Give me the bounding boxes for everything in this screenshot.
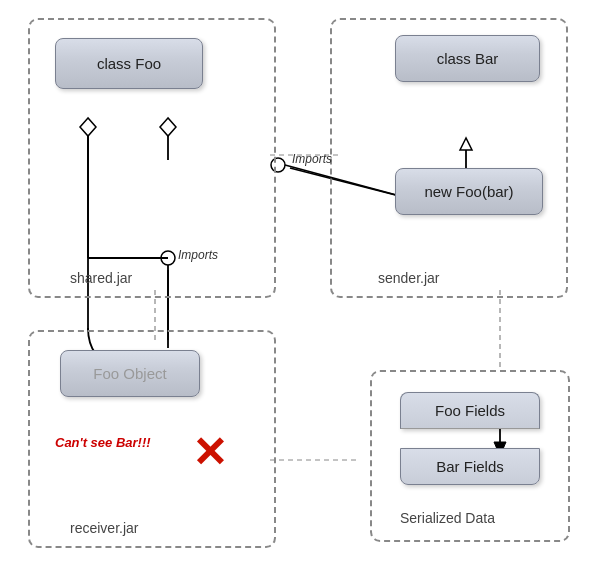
x-mark-icon: ✕ <box>192 428 227 477</box>
new-foo-bar-label: new Foo(bar) <box>424 183 513 200</box>
class-foo-node: class Foo <box>55 38 203 89</box>
class-foo-label: class Foo <box>97 55 161 72</box>
serialized-data-label: Serialized Data <box>400 510 495 526</box>
foo-object-label: Foo Object <box>93 365 166 382</box>
class-bar-label: class Bar <box>437 50 499 67</box>
class-bar-node: class Bar <box>395 35 540 82</box>
diagram: shared.jar class Foo sender.jar class Ba… <box>0 0 590 576</box>
cant-see-bar-text: Can't see Bar!!! <box>55 435 151 450</box>
receiver-jar-label: receiver.jar <box>70 520 138 536</box>
bar-fields-node: Bar Fields <box>400 448 540 485</box>
new-foo-bar-node: new Foo(bar) <box>395 168 543 215</box>
sender-jar-label: sender.jar <box>378 270 439 286</box>
bar-fields-label: Bar Fields <box>436 458 504 475</box>
foo-fields-node: Foo Fields <box>400 392 540 429</box>
imports-label-1: Imports <box>292 152 332 166</box>
shared-jar-label: shared.jar <box>70 270 132 286</box>
foo-object-node: Foo Object <box>60 350 200 397</box>
imports-label-2: Imports <box>178 248 218 262</box>
foo-fields-label: Foo Fields <box>435 402 505 419</box>
